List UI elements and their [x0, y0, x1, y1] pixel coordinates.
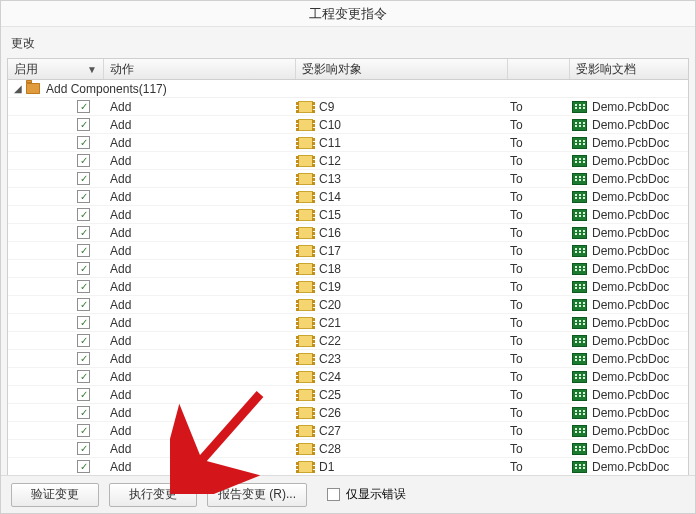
enable-cell: ✓ — [8, 442, 104, 455]
doc-name: Demo.PcbDoc — [592, 316, 669, 330]
pcb-doc-icon — [572, 119, 587, 131]
to-cell: To — [508, 442, 570, 456]
row-checkbox[interactable]: ✓ — [77, 100, 90, 113]
table-row[interactable]: ✓AddC19ToDemo.PcbDoc — [8, 278, 688, 296]
doc-cell: Demo.PcbDoc — [570, 406, 688, 420]
execute-button[interactable]: 执行变更 — [109, 483, 197, 507]
doc-cell: Demo.PcbDoc — [570, 118, 688, 132]
table-row[interactable]: ✓AddC14ToDemo.PcbDoc — [8, 188, 688, 206]
doc-cell: Demo.PcbDoc — [570, 172, 688, 186]
validate-button[interactable]: 验证变更 — [11, 483, 99, 507]
only-errors-option[interactable]: 仅显示错误 — [327, 486, 406, 503]
affected-cell: C16 — [296, 226, 508, 240]
row-checkbox[interactable]: ✓ — [77, 388, 90, 401]
pcb-doc-icon — [572, 101, 587, 113]
col-doc[interactable]: 受影响文档 — [570, 59, 688, 79]
component-icon — [298, 299, 313, 311]
table-row[interactable]: ✓AddC17ToDemo.PcbDoc — [8, 242, 688, 260]
row-checkbox[interactable]: ✓ — [77, 370, 90, 383]
doc-name: Demo.PcbDoc — [592, 262, 669, 276]
doc-name: Demo.PcbDoc — [592, 352, 669, 366]
table-row[interactable]: ✓AddC18ToDemo.PcbDoc — [8, 260, 688, 278]
table-row[interactable]: ✓AddC15ToDemo.PcbDoc — [8, 206, 688, 224]
doc-cell: Demo.PcbDoc — [570, 352, 688, 366]
component-icon — [298, 425, 313, 437]
report-button[interactable]: 报告变更 (R)... — [207, 483, 307, 507]
table-row[interactable]: ✓AddC11ToDemo.PcbDoc — [8, 134, 688, 152]
table-row[interactable]: ✓AddC23ToDemo.PcbDoc — [8, 350, 688, 368]
col-action[interactable]: 动作 — [104, 59, 296, 79]
table-row[interactable]: ✓AddC9ToDemo.PcbDoc — [8, 98, 688, 116]
to-cell: To — [508, 334, 570, 348]
row-checkbox[interactable]: ✓ — [77, 334, 90, 347]
table-row[interactable]: ✓AddC21ToDemo.PcbDoc — [8, 314, 688, 332]
component-icon — [298, 443, 313, 455]
component-name: C14 — [319, 190, 341, 204]
table-row[interactable]: ✓AddC24ToDemo.PcbDoc — [8, 368, 688, 386]
table-row[interactable]: ✓AddC22ToDemo.PcbDoc — [8, 332, 688, 350]
table-row[interactable]: ✓AddD1ToDemo.PcbDoc — [8, 458, 688, 475]
table-row[interactable]: ✓AddC10ToDemo.PcbDoc — [8, 116, 688, 134]
component-name: C24 — [319, 370, 341, 384]
doc-name: Demo.PcbDoc — [592, 388, 669, 402]
group-row[interactable]: ◢ Add Components(117) — [8, 80, 688, 98]
collapse-caret-icon[interactable]: ◢ — [14, 83, 24, 94]
table-row[interactable]: ✓AddC13ToDemo.PcbDoc — [8, 170, 688, 188]
action-cell: Add — [104, 244, 296, 258]
row-checkbox[interactable]: ✓ — [77, 118, 90, 131]
row-checkbox[interactable]: ✓ — [77, 424, 90, 437]
folder-icon — [26, 83, 40, 94]
pcb-doc-icon — [572, 461, 587, 473]
affected-cell: C17 — [296, 244, 508, 258]
row-checkbox[interactable]: ✓ — [77, 208, 90, 221]
table-row[interactable]: ✓AddC12ToDemo.PcbDoc — [8, 152, 688, 170]
col-spacer — [508, 59, 570, 79]
row-checkbox[interactable]: ✓ — [77, 244, 90, 257]
col-enable[interactable]: 启用 ▼ — [8, 59, 104, 79]
col-affected[interactable]: 受影响对象 — [296, 59, 508, 79]
enable-cell: ✓ — [8, 172, 104, 185]
row-checkbox[interactable]: ✓ — [77, 352, 90, 365]
row-checkbox[interactable]: ✓ — [77, 262, 90, 275]
component-icon — [298, 263, 313, 275]
row-checkbox[interactable]: ✓ — [77, 154, 90, 167]
table-row[interactable]: ✓AddC20ToDemo.PcbDoc — [8, 296, 688, 314]
component-name: C17 — [319, 244, 341, 258]
table-row[interactable]: ✓AddC27ToDemo.PcbDoc — [8, 422, 688, 440]
component-name: C18 — [319, 262, 341, 276]
to-cell: To — [508, 352, 570, 366]
component-name: C13 — [319, 172, 341, 186]
component-icon — [298, 461, 313, 473]
affected-cell: C24 — [296, 370, 508, 384]
row-checkbox[interactable]: ✓ — [77, 442, 90, 455]
affected-cell: C15 — [296, 208, 508, 222]
component-name: C28 — [319, 442, 341, 456]
row-checkbox[interactable]: ✓ — [77, 226, 90, 239]
action-cell: Add — [104, 460, 296, 474]
table-row[interactable]: ✓AddC28ToDemo.PcbDoc — [8, 440, 688, 458]
row-checkbox[interactable]: ✓ — [77, 280, 90, 293]
row-checkbox[interactable]: ✓ — [77, 406, 90, 419]
grid-body[interactable]: ◢ Add Components(117) ✓AddC9ToDemo.PcbDo… — [8, 80, 688, 475]
table-row[interactable]: ✓AddC16ToDemo.PcbDoc — [8, 224, 688, 242]
doc-name: Demo.PcbDoc — [592, 208, 669, 222]
component-name: C16 — [319, 226, 341, 240]
table-row[interactable]: ✓AddC25ToDemo.PcbDoc — [8, 386, 688, 404]
row-checkbox[interactable]: ✓ — [77, 460, 90, 473]
row-checkbox[interactable]: ✓ — [77, 298, 90, 311]
content-area: 更改 启用 ▼ 动作 受影响对象 受影响文档 ◢ Add Components(… — [1, 27, 695, 475]
table-row[interactable]: ✓AddC26ToDemo.PcbDoc — [8, 404, 688, 422]
pcb-doc-icon — [572, 227, 587, 239]
component-icon — [298, 371, 313, 383]
row-checkbox[interactable]: ✓ — [77, 316, 90, 329]
affected-cell: C22 — [296, 334, 508, 348]
eco-dialog: 工程变更指令 更改 启用 ▼ 动作 受影响对象 受影响文档 ◢ Add Comp… — [0, 0, 696, 514]
checkbox-icon[interactable] — [327, 488, 340, 501]
row-checkbox[interactable]: ✓ — [77, 172, 90, 185]
row-checkbox[interactable]: ✓ — [77, 190, 90, 203]
row-checkbox[interactable]: ✓ — [77, 136, 90, 149]
action-cell: Add — [104, 262, 296, 276]
doc-name: Demo.PcbDoc — [592, 442, 669, 456]
component-icon — [298, 173, 313, 185]
to-cell: To — [508, 244, 570, 258]
